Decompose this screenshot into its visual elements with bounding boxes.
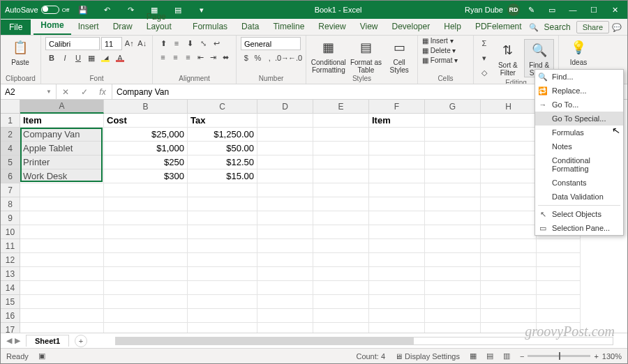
tab-view[interactable]: View	[353, 19, 385, 35]
cell-C5[interactable]: $12.50	[188, 156, 257, 169]
zoom-slider[interactable]	[528, 355, 590, 357]
sort-filter-button[interactable]: ⇅Sort & Filter	[494, 40, 521, 77]
zoom-control[interactable]: − + 130%	[520, 352, 622, 361]
cell-C16[interactable]	[188, 309, 257, 323]
cell-G13[interactable]	[425, 267, 481, 281]
menu-item-1[interactable]: 🔁Replace...	[535, 84, 623, 98]
cell-E14[interactable]	[313, 281, 369, 295]
menu-item-11[interactable]: ▭Selection Pane...	[535, 221, 623, 235]
cell-I15[interactable]	[537, 295, 581, 309]
menu-item-7[interactable]: Constants	[535, 176, 623, 190]
cell-A1[interactable]: Item	[20, 114, 104, 128]
cell-C12[interactable]	[188, 253, 257, 267]
tab-review[interactable]: Review	[311, 19, 352, 35]
format-cells-button[interactable]: ▦ Format ▾	[422, 56, 469, 64]
col-header-F[interactable]: F	[369, 100, 425, 114]
font-color-icon[interactable]: A	[113, 52, 127, 64]
cell-C13[interactable]	[188, 267, 257, 281]
decrease-font-icon[interactable]: A↓	[137, 37, 149, 50]
ideas-button[interactable]: 💡Ideas	[563, 37, 594, 66]
cell-H16[interactable]	[481, 309, 537, 323]
zoom-in-icon[interactable]: +	[594, 352, 598, 361]
tab-help[interactable]: Help	[437, 19, 468, 35]
cell-C2[interactable]: $1,250.00	[188, 128, 257, 142]
tab-page-layout[interactable]: Page Layout	[140, 9, 186, 35]
cell-F2[interactable]	[369, 128, 425, 142]
row-header-9[interactable]: 9	[1, 211, 20, 225]
cell-A11[interactable]	[20, 239, 104, 253]
cell-E10[interactable]	[313, 225, 369, 239]
cell-I16[interactable]	[537, 309, 581, 323]
cell-D10[interactable]	[257, 225, 313, 239]
cell-D6[interactable]	[257, 169, 313, 183]
row-header-4[interactable]: 4	[1, 142, 20, 156]
cell-E6[interactable]	[313, 169, 369, 183]
underline-button[interactable]: U	[72, 52, 84, 64]
align-middle-icon[interactable]: ≡	[170, 37, 183, 50]
indent-left-icon[interactable]: ⇤	[195, 51, 207, 63]
cell-D15[interactable]	[257, 295, 313, 309]
number-format-select[interactable]	[241, 37, 301, 50]
percent-icon[interactable]: %	[253, 52, 264, 64]
cell-I11[interactable]	[537, 239, 581, 253]
menu-item-0[interactable]: 🔍Find...	[535, 70, 623, 84]
cell-H6[interactable]	[481, 169, 537, 183]
conditional-formatting-button[interactable]: ▦Conditional Formatting	[311, 37, 347, 74]
cell-B1[interactable]: Cost	[104, 114, 188, 128]
cell-E17[interactable]	[313, 323, 369, 333]
clear-icon[interactable]: ◇	[478, 66, 491, 79]
cell-C17[interactable]	[188, 323, 257, 333]
cell-E11[interactable]	[313, 239, 369, 253]
tab-draw[interactable]: Draw	[106, 19, 140, 35]
cell-D4[interactable]	[257, 142, 313, 156]
tab-formulas[interactable]: Formulas	[186, 19, 234, 35]
search-label[interactable]: Search	[540, 20, 575, 35]
cell-D17[interactable]	[257, 323, 313, 333]
cell-H10[interactable]	[481, 225, 537, 239]
fx-cancel-icon[interactable]: ✕	[62, 87, 69, 97]
cell-B4[interactable]: $1,000	[104, 142, 188, 156]
menu-item-4[interactable]: Formulas	[535, 126, 623, 139]
increase-decimal-icon[interactable]: .0→	[276, 52, 288, 64]
col-header-H[interactable]: H	[481, 100, 537, 114]
cell-D13[interactable]	[257, 267, 313, 281]
cell-F8[interactable]	[369, 197, 425, 211]
spreadsheet-grid[interactable]: ABCDEFGHI1ItemCostTaxItem2Company Van$25…	[1, 100, 627, 333]
cell-F5[interactable]	[369, 156, 425, 169]
cell-A17[interactable]	[20, 323, 104, 333]
tab-insert[interactable]: Insert	[71, 19, 106, 35]
indent-right-icon[interactable]: ⇥	[207, 51, 219, 63]
cell-F6[interactable]	[369, 169, 425, 183]
cell-C4[interactable]: $50.00	[188, 142, 257, 156]
cell-I12[interactable]	[537, 253, 581, 267]
cell-F12[interactable]	[369, 253, 425, 267]
cell-B5[interactable]: $250	[104, 156, 188, 169]
col-header-C[interactable]: C	[188, 100, 257, 114]
menu-item-10[interactable]: ↖Select Objects	[535, 207, 623, 221]
cell-G10[interactable]	[425, 225, 481, 239]
cell-B14[interactable]	[104, 281, 188, 295]
cell-A12[interactable]	[20, 253, 104, 267]
row-header-15[interactable]: 15	[1, 295, 20, 309]
cell-A7[interactable]	[20, 183, 104, 197]
cell-G15[interactable]	[425, 295, 481, 309]
row-header-14[interactable]: 14	[1, 281, 20, 295]
col-header-E[interactable]: E	[313, 100, 369, 114]
fill-color-icon[interactable]: ◢	[98, 52, 112, 64]
cell-G11[interactable]	[425, 239, 481, 253]
cell-D1[interactable]	[257, 114, 313, 128]
cell-D16[interactable]	[257, 309, 313, 323]
row-header-13[interactable]: 13	[1, 267, 20, 281]
cell-G14[interactable]	[425, 281, 481, 295]
cell-G6[interactable]	[425, 169, 481, 183]
cell-F13[interactable]	[369, 267, 425, 281]
cell-G17[interactable]	[425, 323, 481, 333]
cell-A14[interactable]	[20, 281, 104, 295]
cell-G2[interactable]	[425, 128, 481, 142]
cell-D2[interactable]	[257, 128, 313, 142]
cell-E5[interactable]	[313, 156, 369, 169]
cell-C14[interactable]	[188, 281, 257, 295]
cell-A9[interactable]	[20, 211, 104, 225]
cell-I13[interactable]	[537, 267, 581, 281]
ribbon-options-icon[interactable]: ▭	[542, 1, 562, 19]
